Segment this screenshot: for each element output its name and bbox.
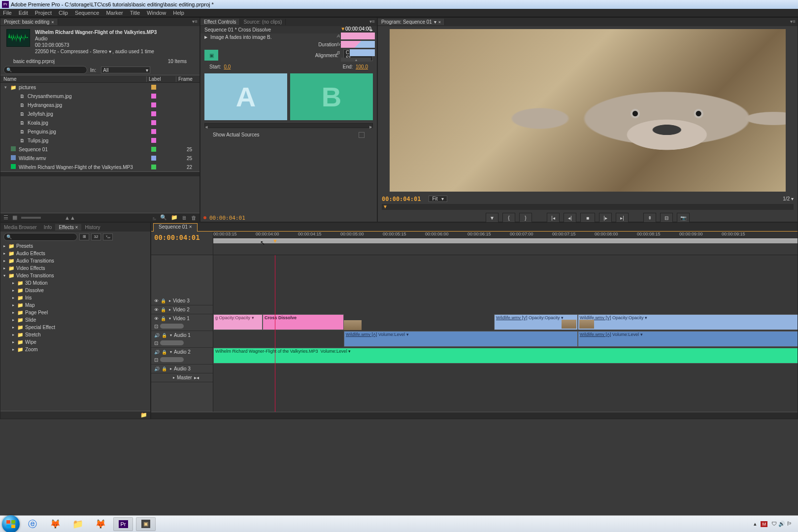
step-back-button[interactable]: ◂|	[564, 213, 576, 223]
effects-folder[interactable]: ▸📁Zoom	[0, 346, 150, 353]
label-swatch[interactable]	[151, 120, 156, 125]
label-swatch[interactable]	[151, 111, 156, 116]
project-item[interactable]: 🗎Chrysanthemum.jpg	[0, 92, 200, 100]
new-bin-icon[interactable]: 📁	[171, 214, 178, 221]
label-swatch[interactable]	[151, 85, 156, 90]
lock-icon[interactable]: 🔒	[162, 366, 167, 371]
lock-icon[interactable]: 🔒	[162, 333, 167, 338]
close-icon[interactable]: ×	[51, 20, 54, 25]
track-master[interactable]: ▸Master▸◂	[151, 373, 213, 382]
resolution-dropdown[interactable]: 1/2 ▾	[783, 196, 794, 201]
time-ruler[interactable]: 00:00:03:1500:00:04:0000:00:04:1500:00:0…	[213, 232, 798, 238]
find-icon[interactable]: 🔍	[160, 214, 167, 221]
eye-icon[interactable]: 👁	[154, 307, 159, 312]
lock-icon[interactable]: 🔒	[161, 299, 166, 303]
track-fx-icon[interactable]: ⊡	[154, 357, 158, 363]
close-icon[interactable]: ×	[188, 224, 192, 230]
mini-clip-a[interactable]	[341, 33, 375, 39]
label-swatch[interactable]	[151, 156, 156, 161]
project-item[interactable]: Wildlife.wmv25	[0, 154, 200, 163]
col-name-header[interactable]: Name	[0, 76, 146, 82]
playhead-line[interactable]	[275, 255, 275, 412]
track-audio-3[interactable]: 🔊🔒▸Audio 3	[151, 365, 213, 373]
lock-icon[interactable]: 🔒	[162, 350, 167, 355]
zoom-dropdown[interactable]: Fit▾	[429, 196, 447, 202]
timeline-scrollbar[interactable]	[151, 412, 798, 419]
clip-image[interactable]: g Opacity:Opacity ▾	[213, 314, 263, 330]
effects-folder[interactable]: ▸📁Map	[0, 301, 150, 309]
program-tab[interactable]: Program: Sequence 01▾×	[378, 19, 445, 25]
panel-menu-icon[interactable]: ▾≡	[790, 19, 796, 24]
menu-file[interactable]: File	[3, 10, 12, 16]
program-timecode[interactable]: 00:00:04:01	[382, 196, 421, 202]
clip-wildlife-a2[interactable]: Wildlife.wmv [A] Volume:Level ▾	[578, 331, 798, 347]
timeline-tab[interactable]: Sequence 01 ×	[153, 223, 198, 232]
delete-icon[interactable]: 🗑	[191, 215, 197, 221]
col-frame-header[interactable]: Frame	[176, 76, 193, 82]
effect-controls-tab[interactable]: Effect Controls	[200, 19, 240, 25]
track-video-2[interactable]: 👁🔒▸Video 2	[151, 305, 213, 314]
accel-filter-icon[interactable]: ⊞	[79, 233, 89, 240]
project-item[interactable]: Wilhelm Richard Wagner-Flight of the Val…	[0, 163, 200, 171]
effects-folder[interactable]: ▸📁Stretch	[0, 331, 150, 338]
project-item[interactable]: 🗎Jellyfish.jpg	[0, 109, 200, 118]
track-fx-icon[interactable]: ⊡	[154, 324, 158, 329]
project-tab[interactable]: Project: basic editing×	[0, 19, 58, 25]
track-volume-slider[interactable]	[160, 357, 184, 362]
track-opacity-slider[interactable]	[160, 324, 184, 329]
playhead-icon[interactable]: ▼	[272, 238, 278, 244]
project-item[interactable]: ▾📁pictures	[0, 83, 200, 92]
lift-button[interactable]: ⇞	[643, 213, 656, 223]
yuv-filter-icon[interactable]: ᵞᵤᵥ	[103, 233, 113, 240]
col-label-header[interactable]: Label	[146, 76, 176, 82]
project-scrollbar[interactable]	[0, 171, 200, 176]
menu-clip[interactable]: Clip	[59, 10, 68, 16]
project-item[interactable]: 🗎Penguins.jpg	[0, 127, 200, 136]
show-sources-checkbox[interactable]	[359, 132, 365, 138]
explorer-icon[interactable]: 📁	[68, 517, 88, 531]
eye-icon[interactable]: 👁	[154, 316, 159, 321]
effects-folder[interactable]: ▸📁Presets	[0, 242, 150, 250]
program-monitor[interactable]	[390, 29, 786, 192]
goto-out-button[interactable]: ▸|	[616, 213, 629, 223]
tab-info[interactable]: Info	[40, 224, 56, 231]
panel-menu-icon[interactable]: ▾≡	[192, 19, 198, 24]
tray-expand-icon[interactable]: ▴	[754, 521, 757, 527]
program-scrubber[interactable]: ▼	[382, 204, 794, 210]
track-video-1[interactable]: 👁🔒▾Video 1 ⊡	[151, 314, 213, 331]
track-audio-2[interactable]: 🔊🔒▾Audio 2 ⊡	[151, 348, 213, 365]
close-icon[interactable]: ×	[74, 225, 78, 230]
effects-folder[interactable]: ▾📁Video Transitions	[0, 272, 150, 279]
transition-slider[interactable]: ◂▸	[204, 123, 373, 128]
tab-media-browser[interactable]: Media Browser	[0, 224, 40, 231]
step-fwd-button[interactable]: |▸	[599, 213, 612, 223]
menu-sequence[interactable]: Sequence	[75, 10, 100, 16]
goto-in-button[interactable]: |◂	[547, 213, 560, 223]
media-encoder-icon[interactable]: ▣	[136, 517, 156, 531]
track-audio-1[interactable]: 🔊🔒▾Audio 1 ⊡	[151, 331, 213, 348]
label-swatch[interactable]	[151, 138, 156, 143]
speaker-icon[interactable]: 🔊	[154, 350, 160, 355]
extract-button[interactable]: ⊟	[660, 213, 673, 223]
menu-marker[interactable]: Marker	[106, 10, 123, 16]
end-value[interactable]: 100.0	[356, 64, 368, 69]
mcafee-icon[interactable]: M	[761, 521, 767, 527]
close-icon[interactable]: ×	[438, 20, 441, 25]
in-point-button[interactable]: {	[502, 213, 515, 223]
new-item-icon[interactable]: 🗎	[182, 215, 187, 221]
menu-help[interactable]: Help	[173, 10, 184, 16]
effects-folder[interactable]: ▸📁Page Peel	[0, 309, 150, 316]
effect-timecode[interactable]: 00:00:04:01	[209, 215, 245, 221]
premiere-taskbar-icon[interactable]: Pr	[113, 517, 133, 531]
clip-wildlife-v1[interactable]: Wildlife.wmv [V] Opacity:Opacity ▾	[494, 314, 578, 330]
label-swatch[interactable]	[151, 129, 156, 134]
start-value[interactable]: 0.0	[224, 64, 231, 69]
effects-folder[interactable]: ▸📁Audio Effects	[0, 250, 150, 257]
playhead-icon[interactable]: ▼	[340, 26, 345, 32]
ie-icon[interactable]: ⓔ	[23, 517, 42, 531]
menu-edit[interactable]: Edit	[19, 10, 28, 16]
lock-icon[interactable]: 🔒	[161, 316, 166, 321]
label-swatch[interactable]	[151, 147, 156, 152]
firefox2-icon[interactable]: 🦊	[91, 517, 110, 531]
chevron-down-icon[interactable]: ▾	[434, 19, 436, 25]
